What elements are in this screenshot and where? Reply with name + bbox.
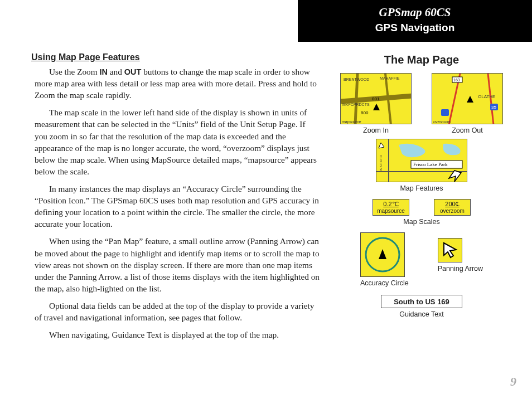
guidance-text-box: South to US 169 [381,295,462,308]
scale-value: 200℄ [445,201,459,207]
accuracy-circle-icon [360,232,405,277]
scale-label: overzoom [440,208,465,214]
scale-chip-mapsource: 0.2℃ mapsource [373,199,409,216]
figure-panning-arrow: Panning Arrow [438,238,483,273]
zoom-in-thumbnail: BRENTWOOD MAHAFFIE MKFCPRDCTS 001 800 ma… [340,73,412,124]
svg-text:OLATHE: OLATHE [478,94,495,99]
svg-text:OLD US 56: OLD US 56 [379,155,383,171]
zoom-out-thumbnail: 35 163 OLATHE overzoom [432,73,503,124]
caption-accuracy: Accuracy Circle [360,279,409,287]
right-title: The Map Page [331,53,512,66]
caption-zoom-out: Zoom Out [432,126,503,134]
section-heading: Using Map Page Features [31,52,320,62]
bold-in: IN [100,67,108,76]
caption-map-scales: Map Scales [331,218,512,226]
figure-zoom-in: BRENTWOOD MAHAFFIE MKFCPRDCTS 001 800 ma… [340,73,412,134]
text: and [108,67,124,76]
scale-value: 0.2℃ [383,201,398,207]
svg-marker-17 [467,96,473,103]
caption-map-features: Map Features [331,184,512,192]
paragraph-3: In many instances the map displays an “A… [35,183,320,230]
paragraph-6: When navigating, Guidance Text is displa… [35,329,320,340]
paragraph-2: The map scale in the lower left hand sid… [35,106,320,177]
svg-marker-28 [379,249,386,259]
svg-marker-29 [444,243,456,257]
caption-guidance: Guidance Text [331,310,512,318]
figures-column: The Map Page BRENTWOOD MAHAFFIE MKFCPRDC… [331,53,512,318]
svg-text:MKFCPRDCTS: MKFCPRDCTS [342,103,370,106]
svg-text:163: 163 [453,78,460,82]
svg-marker-22 [379,143,384,148]
header-title: GPSmap 60CS [309,6,521,20]
paragraph-1: Use the Zoom IN and OUT buttons to chang… [35,66,320,101]
svg-rect-16 [441,109,449,116]
body-text-column: Using Map Page Features Use the Zoom IN … [35,52,320,346]
svg-marker-8 [373,104,380,110]
svg-text:overzoom: overzoom [433,120,451,124]
figure-zoom-out: 35 163 OLATHE overzoom Zoom Out [432,73,503,134]
paragraph-5: Optional data fields can be added at the… [35,300,320,323]
svg-text:BRENTWOOD: BRENTWOOD [344,77,369,81]
figure-accuracy-circle: Accuracy Circle [360,232,409,287]
map-features-thumbnail: OLD US 56 Frisco Lake Park [376,139,467,182]
svg-text:MAHAFFIE: MAHAFFIE [380,76,400,80]
scale-chip-overzoom: 200℄ overzoom [434,199,471,216]
text: Use the Zoom [49,67,100,76]
header-subtitle: GPS Navigation [309,22,521,34]
header-bar: GPSmap 60CS GPS Navigation [298,0,532,42]
bold-out: OUT [124,67,142,76]
caption-zoom-in: Zoom In [340,126,412,134]
panning-arrow-icon [438,238,462,262]
scale-label: mapsource [377,208,404,214]
page-number: 9 [510,374,516,389]
svg-text:800: 800 [361,110,369,115]
caption-panning: Panning Arrow [438,265,483,273]
svg-text:001: 001 [372,96,380,101]
svg-text:Frisco Lake Park: Frisco Lake Park [413,162,448,167]
paragraph-4: When using the “Pan Map” feature, a smal… [35,235,320,294]
svg-text:mapsource: mapsource [342,120,361,124]
svg-text:35: 35 [491,105,496,110]
